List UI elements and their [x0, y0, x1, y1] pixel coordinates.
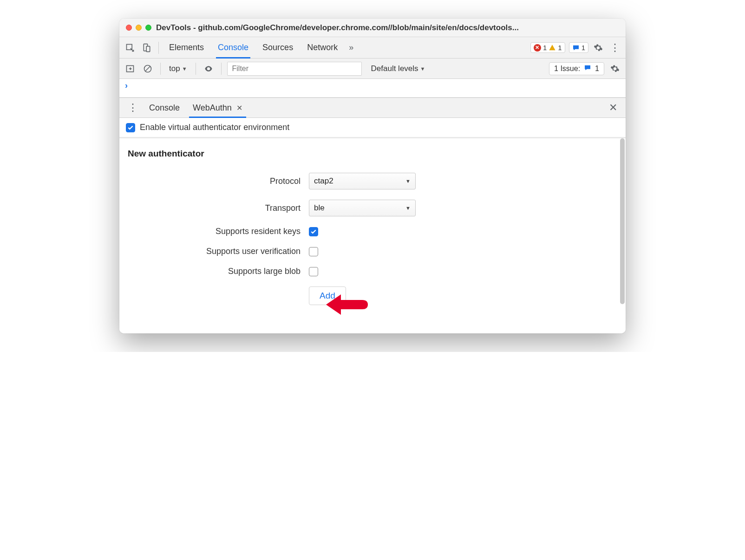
- divider: [196, 63, 196, 75]
- chevron-down-icon: ▼: [182, 66, 187, 72]
- transport-value: ble: [314, 203, 325, 213]
- message-icon: [584, 64, 591, 73]
- divider: [158, 42, 159, 54]
- console-toolbar: top ▼ Default levels ▼ 1 Issue: 1: [119, 59, 626, 79]
- chevron-down-icon: ▼: [405, 205, 411, 211]
- console-body[interactable]: ›: [119, 79, 626, 98]
- user-verification-label: Supports user verification: [128, 247, 309, 256]
- large-blob-checkbox[interactable]: [309, 267, 318, 276]
- webauthn-panel: New authenticator Protocol ctap2 ▼ Trans…: [119, 138, 626, 333]
- tab-label: Network: [307, 43, 338, 52]
- window-controls: [126, 25, 151, 31]
- close-tab-icon[interactable]: ✕: [236, 104, 242, 112]
- status-badges: ✕ 1 1 1: [530, 42, 588, 53]
- message-icon: [572, 44, 580, 52]
- live-expression-icon[interactable]: [202, 62, 216, 76]
- protocol-value: ctap2: [314, 176, 333, 186]
- enable-virtual-env-checkbox[interactable]: [126, 123, 135, 132]
- titlebar: DevTools - github.com/GoogleChrome/devel…: [119, 19, 626, 37]
- drawer-tab-console[interactable]: Console: [143, 98, 186, 118]
- divider: [160, 63, 161, 75]
- clear-console-icon[interactable]: [141, 62, 155, 76]
- warning-count: 1: [558, 44, 562, 52]
- resident-keys-label: Supports resident keys: [128, 227, 309, 236]
- issues-label: 1 Issue:: [554, 65, 580, 73]
- resident-keys-row: Supports resident keys: [128, 227, 617, 236]
- issues-badge[interactable]: 1 Issue: 1: [549, 62, 604, 75]
- messages-badge[interactable]: 1: [569, 42, 588, 53]
- window-minimize-button[interactable]: [136, 25, 142, 31]
- context-selector[interactable]: top ▼: [166, 64, 190, 73]
- chevron-down-icon: ▼: [420, 66, 425, 72]
- resident-keys-checkbox[interactable]: [309, 227, 318, 236]
- enable-virtual-env-label: Enable virtual authenticator environment: [140, 123, 289, 132]
- transport-row: Transport ble ▼: [128, 200, 617, 216]
- tab-elements[interactable]: Elements: [163, 37, 209, 59]
- settings-icon[interactable]: [591, 41, 605, 55]
- drawer-close-icon[interactable]: ✕: [604, 102, 622, 114]
- user-verification-checkbox[interactable]: [309, 247, 318, 256]
- window-maximize-button[interactable]: [145, 25, 151, 31]
- window-close-button[interactable]: [126, 25, 132, 31]
- errors-warnings-badge[interactable]: ✕ 1 1: [530, 42, 565, 53]
- console-settings-icon[interactable]: [608, 62, 622, 76]
- filter-input[interactable]: [227, 62, 362, 76]
- divider: [221, 63, 222, 75]
- add-button-label: Add: [320, 291, 335, 300]
- section-title: New authenticator: [128, 149, 617, 159]
- chevron-down-icon: ▼: [405, 178, 411, 184]
- tab-sources[interactable]: Sources: [257, 37, 299, 59]
- tab-console[interactable]: Console: [212, 37, 254, 59]
- large-blob-row: Supports large blob: [128, 267, 617, 276]
- window-title: DevTools - github.com/GoogleChrome/devel…: [156, 23, 619, 33]
- more-icon[interactable]: ⋮: [608, 41, 622, 55]
- scrollbar-thumb[interactable]: [620, 138, 625, 304]
- enable-virtual-env-row: Enable virtual authenticator environment: [119, 118, 626, 138]
- devtools-window: DevTools - github.com/GoogleChrome/devel…: [119, 19, 626, 333]
- svg-rect-2: [146, 46, 150, 52]
- main-tabs-bar: Elements Console Sources Network » ✕ 1 1…: [119, 37, 626, 59]
- levels-label: Default levels: [371, 64, 418, 73]
- drawer-tab-label: Console: [149, 103, 180, 113]
- tab-label: Console: [218, 43, 248, 52]
- transport-select[interactable]: ble ▼: [309, 200, 416, 216]
- tab-network[interactable]: Network: [301, 37, 343, 59]
- tabs-overflow-icon[interactable]: »: [346, 43, 356, 52]
- tab-label: Elements: [169, 43, 204, 52]
- protocol-select[interactable]: ctap2 ▼: [309, 173, 416, 189]
- drawer-tab-label: WebAuthn: [193, 103, 232, 113]
- console-prompt-icon: ›: [125, 81, 128, 91]
- drawer-tab-webauthn[interactable]: WebAuthn ✕: [186, 98, 249, 118]
- add-row: Add: [128, 287, 617, 305]
- protocol-label: Protocol: [128, 176, 309, 186]
- context-label: top: [169, 64, 180, 73]
- add-button[interactable]: Add: [309, 287, 346, 305]
- message-count: 1: [582, 44, 585, 52]
- device-toggle-icon[interactable]: [140, 41, 154, 55]
- issues-count: 1: [595, 65, 599, 73]
- tab-label: Sources: [262, 43, 293, 52]
- inspect-icon[interactable]: [123, 41, 137, 55]
- drawer-more-icon[interactable]: ⋮: [123, 103, 143, 113]
- console-sidebar-toggle-icon[interactable]: [123, 62, 137, 76]
- warning-icon: [549, 44, 556, 52]
- log-levels-selector[interactable]: Default levels ▼: [368, 64, 428, 73]
- transport-label: Transport: [128, 203, 309, 213]
- drawer-tabs: ⋮ Console WebAuthn ✕ ✕: [119, 98, 626, 118]
- large-blob-label: Supports large blob: [128, 267, 309, 276]
- error-count: 1: [543, 44, 547, 52]
- protocol-row: Protocol ctap2 ▼: [128, 173, 617, 189]
- user-verification-row: Supports user verification: [128, 247, 617, 256]
- error-icon: ✕: [534, 44, 541, 52]
